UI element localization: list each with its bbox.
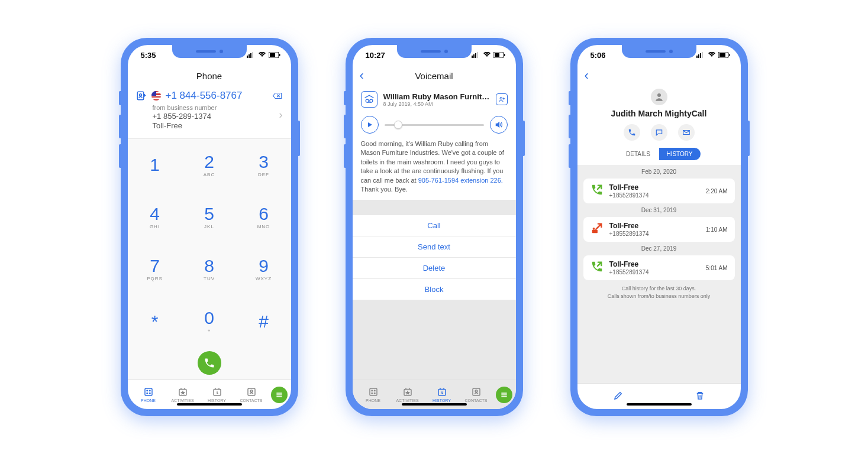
status-icons xyxy=(696,52,730,58)
status-icons xyxy=(247,52,280,58)
svg-rect-24 xyxy=(504,54,505,56)
add-contact-icon[interactable] xyxy=(136,90,147,101)
tab-label: CONTACTS xyxy=(240,398,263,403)
from-number-selector[interactable]: from business number +1 855-289-1374 Tol… xyxy=(153,104,283,130)
home-indicator[interactable] xyxy=(402,403,467,406)
history-time: 5:01 AM xyxy=(706,265,728,271)
call-button[interactable] xyxy=(198,351,221,375)
nav-bar: ‹ Voicemail xyxy=(353,65,516,86)
tab-label: ACTIVITIES xyxy=(396,398,418,403)
audio-slider[interactable] xyxy=(385,124,484,126)
vm-action-delete[interactable]: Delete xyxy=(353,258,516,279)
tab-activities[interactable]: ACTIVITIES xyxy=(166,387,200,403)
add-contact-button[interactable] xyxy=(496,93,508,105)
key-digit: * xyxy=(151,313,159,330)
seg-details[interactable]: DETAILS xyxy=(618,148,659,160)
date-header: Dec 27, 2019 xyxy=(577,242,741,255)
email-contact-button[interactable] xyxy=(678,124,695,141)
keypad: 12ABC3DEF4GHI5JKL6MNO7PQRS8TUV9WXYZ*0+# xyxy=(128,139,291,348)
keypad-key-2[interactable]: 2ABC xyxy=(182,139,237,191)
history-row[interactable]: Toll-Free+18552891374 5:01 AM xyxy=(583,255,735,280)
date-header: Feb 20, 2020 xyxy=(577,165,741,179)
keypad-key-7[interactable]: 7PQRS xyxy=(128,244,182,296)
key-digit: 1 xyxy=(150,156,160,174)
segmented-control: DETAILS HISTORY xyxy=(618,148,701,160)
svg-rect-3 xyxy=(252,52,253,58)
svg-rect-42 xyxy=(719,53,725,57)
back-button[interactable]: ‹ xyxy=(360,69,364,82)
edit-button[interactable] xyxy=(613,390,624,403)
from-number: +1 855-289-1374 xyxy=(153,112,283,121)
callback-number-link[interactable]: 905-761-1594 extension 226. xyxy=(418,177,503,184)
contact-profile: Judith March MightyCall xyxy=(577,86,741,148)
svg-rect-40 xyxy=(702,52,703,58)
tab-contacts[interactable]: CONTACTS xyxy=(459,387,493,403)
outgoing-call-icon xyxy=(591,183,604,199)
key-letters: WXYZ xyxy=(256,276,272,281)
from-tag: Toll-Free xyxy=(153,121,283,130)
keypad-key-4[interactable]: 4GHI xyxy=(128,191,182,243)
backspace-icon[interactable] xyxy=(272,90,283,101)
svg-rect-5 xyxy=(270,53,275,57)
home-indicator[interactable] xyxy=(177,403,242,406)
vm-action-send-text[interactable]: Send text xyxy=(353,236,516,258)
speaker-button[interactable] xyxy=(490,116,508,134)
call-contact-button[interactable] xyxy=(624,124,640,141)
keypad-key-9[interactable]: 9WXYZ xyxy=(237,244,291,296)
svg-rect-23 xyxy=(495,53,499,57)
key-digit: 0 xyxy=(204,309,214,327)
history-time: 1:10 AM xyxy=(706,226,728,233)
flag-us-icon[interactable] xyxy=(151,91,161,100)
from-label: from business number xyxy=(153,104,283,111)
fab-menu-button[interactable] xyxy=(271,387,288,403)
keypad-key-6[interactable]: 6MNO xyxy=(237,191,291,243)
history-list[interactable]: Feb 20, 2020 Toll-Free+18552891374 2:20 … xyxy=(577,165,741,383)
voicemail-header: William Ruby Mason Furniture I... 8 July… xyxy=(353,86,516,112)
status-time: 10:27 xyxy=(366,51,385,60)
history-row[interactable]: Toll-Free+18552891374 1:10 AM xyxy=(583,217,735,242)
tab-contacts[interactable]: CONTACTS xyxy=(234,387,269,403)
keypad-key-8[interactable]: 8TUV xyxy=(182,244,237,296)
tab-label: CONTACTS xyxy=(465,398,488,403)
history-label: Toll-Free xyxy=(609,222,700,230)
seg-history[interactable]: HISTORY xyxy=(659,148,701,160)
tab-label: PHONE xyxy=(141,398,156,403)
home-indicator[interactable] xyxy=(627,403,692,406)
tab-phone[interactable]: PHONE xyxy=(356,387,391,403)
keypad-key-0[interactable]: 0+ xyxy=(182,296,237,348)
key-letters: ABC xyxy=(204,172,215,177)
delete-button[interactable] xyxy=(695,390,705,403)
svg-point-25 xyxy=(366,99,369,102)
tab-activities[interactable]: ACTIVITIES xyxy=(391,387,425,403)
tab-history[interactable]: HISTORY xyxy=(200,387,234,403)
keypad-key-3[interactable]: 3DEF xyxy=(237,139,291,191)
key-digit: 7 xyxy=(150,257,160,275)
history-row[interactable]: Toll-Free+18552891374 2:20 AM xyxy=(583,179,735,203)
keypad-key-star[interactable]: * xyxy=(128,296,182,348)
vm-action-block[interactable]: Block xyxy=(353,279,516,300)
keypad-key-5[interactable]: 5JKL xyxy=(182,191,237,243)
slider-thumb[interactable] xyxy=(394,121,402,129)
key-digit: 5 xyxy=(204,205,214,223)
keypad-key-hash[interactable]: # xyxy=(237,296,291,348)
svg-rect-38 xyxy=(698,54,699,58)
svg-point-11 xyxy=(149,390,150,391)
play-button[interactable] xyxy=(361,116,379,134)
back-button[interactable]: ‹ xyxy=(585,69,589,82)
message-contact-button[interactable] xyxy=(651,124,667,141)
svg-rect-2 xyxy=(250,53,251,58)
tab-history[interactable]: HISTORY xyxy=(425,387,459,403)
key-letters: DEF xyxy=(258,172,269,177)
svg-point-27 xyxy=(500,98,502,100)
fab-menu-button[interactable] xyxy=(496,387,512,403)
vm-action-call[interactable]: Call xyxy=(353,215,516,236)
status-icons xyxy=(472,52,505,58)
key-digit: 4 xyxy=(150,205,160,223)
avatar xyxy=(651,89,667,105)
svg-rect-28 xyxy=(370,388,377,395)
date-header: Dec 31, 2019 xyxy=(577,203,741,217)
svg-point-32 xyxy=(374,393,375,394)
tab-phone[interactable]: PHONE xyxy=(131,387,166,403)
svg-point-13 xyxy=(149,393,150,394)
keypad-key-1[interactable]: 1 xyxy=(128,139,182,191)
